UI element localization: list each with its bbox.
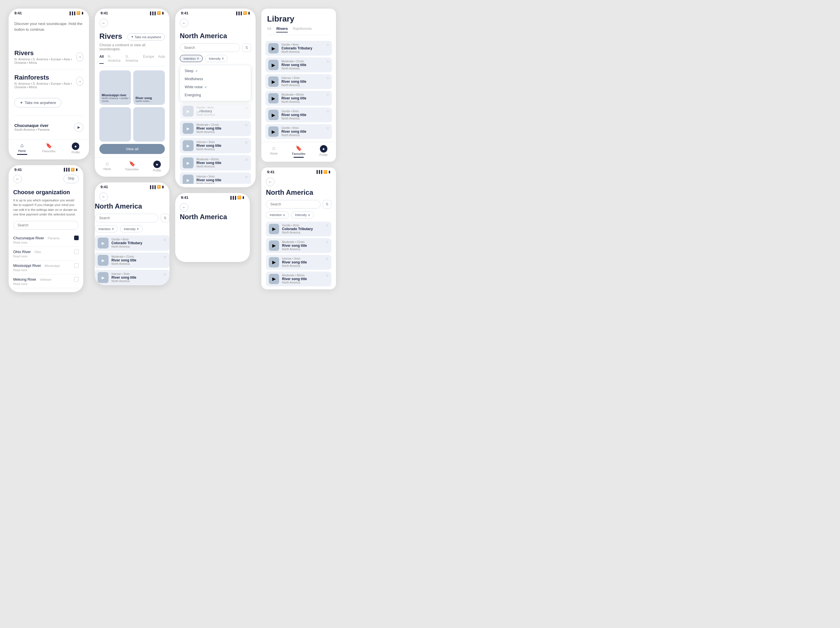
dropdown-item-mindfulness[interactable]: Mindfulness [180,75,251,83]
nav-favourites[interactable]: 🔖 Favourites [35,142,62,155]
dropdown-item-whitenoise[interactable]: White noise ✓ [180,83,251,91]
na-lib-search-input[interactable] [266,200,321,209]
bookmark-button[interactable]: ☆ [163,255,167,259]
rainforests-arrow-button[interactable]: → [76,77,83,86]
list-item[interactable]: ▶ Gentle • 9min Colorado Tributary North… [265,41,332,56]
dropdown-item-energizing[interactable]: Energizing [180,91,251,99]
rivers-arrow-button[interactable]: → [76,52,83,62]
na-intensity-filter[interactable]: Intensity ∨ [205,55,228,62]
org-read-more-mississippi[interactable]: Read more [13,269,79,272]
bookmark-button[interactable]: ☆ [245,157,248,162]
org-back-button[interactable]: ← [13,175,22,183]
dropdown-item-sleep[interactable]: Sleep ✓ [180,67,251,75]
lib-bookmark-button[interactable]: ☆ [326,76,329,80]
na-list-sort-button[interactable]: ⇅ [161,214,169,222]
org-search-input[interactable] [13,221,79,229]
bookmark-button[interactable]: ☆ [245,106,248,110]
lib-bookmark-button[interactable]: ☆ [326,93,329,97]
lib-tab-rivers[interactable]: Rivers [276,27,288,32]
lib-bookmark-button[interactable]: ☆ [326,274,329,277]
list-item[interactable]: ▶ Intense • 3min River song title North … [180,172,251,184]
na-lib-intention-filter[interactable]: Intention ∨ [266,212,289,218]
org-checkbox-ohio[interactable] [74,249,79,254]
rivers-back-button[interactable]: ← [99,19,108,27]
list-item[interactable]: ▶ Moderate • 21min River song title Nort… [95,253,169,268]
lib-bookmark-button[interactable]: ☆ [326,126,329,130]
lib-thumb: ▶ [269,240,279,251]
tab-s-america[interactable]: S. America [125,55,139,64]
na-list-intensity-filter[interactable]: Intensity ∨ [120,225,143,233]
na-list-search-input[interactable] [95,214,158,222]
play-icon: ▶ [187,144,189,148]
list-item[interactable]: ▶ Moderate • 60min River song title Nort… [266,272,332,286]
na-list-intention-filter[interactable]: Intention ∨ [95,225,118,233]
nav-profile[interactable]: ● Profile [62,142,89,155]
na-list-back-button[interactable]: ← [99,193,108,201]
org-checkbox-mekong[interactable] [74,277,79,282]
rivers-nav-home[interactable]: ⌂ Home [95,161,120,172]
tab-n-america[interactable]: N. America [108,55,122,64]
org-checkbox-mississippi[interactable] [74,263,79,268]
take-me-anywhere-button[interactable]: ✦ Take me anywhere [14,98,62,108]
org-checkbox-chucunaque[interactable] [74,236,79,240]
grid-card-river2[interactable]: River song North Ameri... [133,70,165,105]
bookmark-button[interactable]: ☆ [245,175,248,179]
lib-bookmark-button[interactable]: ☆ [326,60,329,63]
view-all-button[interactable]: View all [99,144,165,154]
org-read-more-mekong[interactable]: Read more [13,282,79,286]
na-search-input[interactable] [180,43,240,52]
na-lib-intensity-filter[interactable]: Intensity ∨ [291,212,314,218]
list-item[interactable]: ▶ Gentle • 9min Colorado Tributary North… [266,221,332,236]
lib-tab-all[interactable]: All [267,27,271,32]
list-item[interactable]: ▶ Moderate • 60min River song title Nort… [265,91,332,106]
na-intention-filter[interactable]: Intention ∨ [180,55,203,62]
na-lib-back-button[interactable]: ← [266,177,275,186]
lib-nav-profile[interactable]: ● Profile [311,145,336,158]
grid-card-3[interactable] [99,107,131,142]
org-read-more-ohio[interactable]: Read more [13,255,79,258]
lib-bookmark-button[interactable]: ☆ [326,109,329,114]
tab-europe[interactable]: Europe [143,55,154,64]
bookmark-button[interactable]: ☆ [163,237,167,242]
play-button[interactable]: ▶ [74,123,83,132]
list-item[interactable]: ▶ Gentle • 9min River song title North A… [265,108,332,122]
na-lib-sort-button[interactable]: ⇅ [323,200,332,209]
lib-bookmark-button[interactable]: ☆ [326,240,329,244]
bookmark-button[interactable]: ☆ [245,140,248,144]
list-item[interactable]: ▶ Intense • 3min River song title North … [95,270,169,285]
lib-bookmark-button[interactable]: ☆ [326,43,329,47]
lib-thumb: ▶ [269,274,279,284]
list-item[interactable]: ▶ Gentle • 9min River song title North A… [265,124,332,139]
na-empty-back-button[interactable]: ← [180,203,188,212]
bookmark-button[interactable]: ☆ [245,123,248,127]
bookmark-button[interactable]: ☆ [163,272,167,276]
lib-bookmark-button[interactable]: ☆ [326,223,329,228]
na-list-battery-icon: ▮ [162,185,164,189]
list-item[interactable]: ▶ Moderate • 21min River song title Nort… [266,238,332,253]
list-item[interactable]: ▶ Moderate • 21min River song title Nort… [265,57,332,73]
skip-button[interactable]: Skip [63,175,79,183]
org-read-more-chucunaque[interactable]: Read more [13,241,79,244]
list-item[interactable]: ▶ Moderate • 21min River song title Nort… [180,121,251,136]
rivers-nav-favourites[interactable]: 🔖 Favourites [120,161,145,172]
lib-tab-rainforests[interactable]: Rainforests [293,27,312,32]
lib-nav-favourites[interactable]: 🔖 Favourites [286,145,311,158]
tab-all[interactable]: All [99,55,104,64]
list-item[interactable]: ▶ Intense • 3min River song title North … [266,255,332,270]
list-item[interactable]: ▶ Intense • 3min River song title North … [180,138,251,153]
tab-asia[interactable]: Asia [158,55,165,64]
lib-nav-home[interactable]: ⌂ Home [261,145,286,158]
grid-card-mississippi[interactable]: Mississippi river North America • Gentle… [99,70,131,105]
list-item[interactable]: ▶ Gentle • 9min Colorado Tributary North… [95,235,169,251]
org-status-icons: ▐▐▐ 🛜 ▮ [63,168,77,171]
lib-bookmark-button[interactable]: ☆ [326,257,329,261]
list-item[interactable]: ▶ Gentle • 9min ...ributary North Americ… [180,103,251,119]
rivers-nav-profile[interactable]: ● Profile [144,161,169,172]
list-item[interactable]: ▶ Intense • 3min River song title North … [265,74,332,89]
take-me-anywhere-rivers-btn[interactable]: ✦ Take me anywhere [127,33,165,41]
nav-home[interactable]: ⌂ Home [9,142,35,155]
na-sort-button[interactable]: ⇅ [242,43,251,52]
list-item[interactable]: ▶ Moderate • 60min River song title Nort… [180,155,251,171]
na-search-back-button[interactable]: ← [180,19,188,27]
grid-card-4[interactable] [133,107,165,142]
